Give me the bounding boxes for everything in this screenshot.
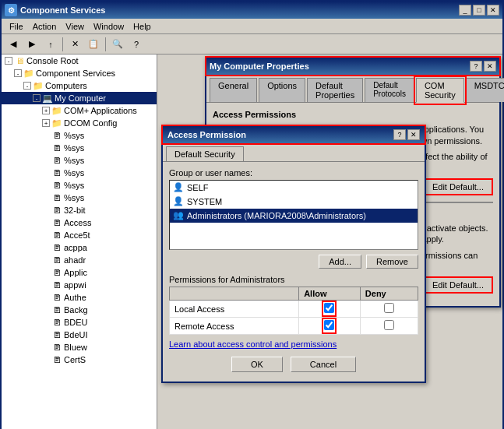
- tree-label: Console Root: [26, 56, 79, 65]
- menu-bar: File Action View Window Help: [2, 19, 502, 34]
- tree-computers[interactable]: - 📁 Computers: [2, 79, 157, 92]
- allow-checkbox-wrapper: [324, 322, 334, 332]
- user-item-administrators[interactable]: 👥 Administrators (MARIORA2008\Administra…: [170, 209, 418, 223]
- tab-msdtc[interactable]: MSDTC: [466, 78, 504, 102]
- tree-item[interactable]: 🖹 Bluew: [2, 341, 157, 353]
- tree-item[interactable]: 🖹 appwi: [2, 279, 157, 291]
- app-title: Component Services: [20, 5, 459, 15]
- menu-view[interactable]: View: [61, 20, 89, 33]
- allow-cell: [299, 318, 361, 335]
- tree-item[interactable]: 🖹 %sys: [2, 142, 157, 154]
- tree-label: COM+ Applications: [64, 106, 137, 115]
- ap-dialog: Access Permission ? ✕ Default Security G…: [161, 125, 426, 383]
- tree-item[interactable]: 🖹 BDEU: [2, 316, 157, 329]
- remove-button[interactable]: Remove: [366, 255, 418, 269]
- search-button[interactable]: 🔍: [109, 37, 126, 52]
- tree-item[interactable]: 🖹 Backg: [2, 304, 157, 316]
- tree-item[interactable]: 🖹 Authe: [2, 291, 157, 304]
- right-panel: My Computer Properties ? ✕ General Optio…: [157, 55, 502, 429]
- tree-item[interactable]: 🖹 %sys: [2, 192, 157, 204]
- tree-label: Authe: [64, 293, 86, 302]
- tab-com-security[interactable]: COM Security: [416, 78, 464, 103]
- delete-button[interactable]: ✕: [66, 37, 83, 52]
- edit-default-button-2[interactable]: Edit Default...: [423, 276, 493, 294]
- user-list: 👤 SELF 👤 SYSTEM 👥 Administrators (MARIOR…: [169, 180, 418, 250]
- cancel-button[interactable]: Cancel: [291, 357, 356, 372]
- menu-help[interactable]: Help: [129, 20, 156, 33]
- menu-file[interactable]: File: [5, 20, 28, 33]
- remote-access-allow-checkbox[interactable]: [324, 320, 334, 330]
- file-icon: 🖹: [51, 342, 62, 353]
- folder-icon: 🖥: [14, 55, 25, 66]
- tree-item[interactable]: 🖹 %sys: [2, 154, 157, 167]
- ok-button[interactable]: OK: [231, 357, 283, 372]
- tree-label: ahadr: [64, 255, 86, 265]
- tree-label: %sys: [64, 168, 84, 178]
- tree-dcom-config[interactable]: + 📁 DCOM Config: [2, 117, 157, 129]
- menu-action[interactable]: Action: [28, 20, 62, 33]
- back-button[interactable]: ◀: [5, 37, 22, 52]
- help-button[interactable]: ?: [128, 37, 145, 52]
- group-label: Group or user names:: [169, 168, 418, 178]
- tree-item[interactable]: 🖹 %sys: [2, 167, 157, 179]
- tree-item[interactable]: 🖹 Acce5t: [2, 229, 157, 241]
- tree-item[interactable]: 🖹 %sys: [2, 179, 157, 192]
- mcp-close-button[interactable]: ✕: [484, 61, 496, 72]
- permissions-table: Allow Deny Local Access: [169, 287, 418, 335]
- tree-label: %sys: [64, 193, 84, 202]
- tree-item[interactable]: 🖹 ahadr: [2, 254, 157, 266]
- forward-button[interactable]: ▶: [23, 37, 41, 52]
- maximize-button[interactable]: □: [473, 5, 485, 16]
- allow-cell: [299, 301, 361, 318]
- tree-com-applications[interactable]: + 📁 COM+ Applications: [2, 104, 157, 117]
- app-icon: ⚙: [5, 4, 17, 16]
- ap-tabs: Default Security: [163, 143, 425, 162]
- add-button[interactable]: Add...: [319, 255, 361, 269]
- file-icon: 🖹: [51, 292, 62, 303]
- close-button[interactable]: ✕: [487, 5, 499, 16]
- tab-default-protocols[interactable]: Default Protocols: [365, 78, 414, 102]
- tree-item[interactable]: 🖹 Access: [2, 216, 157, 229]
- up-button[interactable]: ↑: [42, 37, 59, 52]
- permissions-title: Permissions for Administrators: [169, 275, 418, 284]
- tree-component-services[interactable]: - 📁 Component Services: [2, 67, 157, 79]
- tree-item[interactable]: 🖹 BdeUI: [2, 329, 157, 341]
- user-item-self[interactable]: 👤 SELF: [170, 181, 418, 195]
- edit-default-button-1[interactable]: Edit Default...: [423, 178, 493, 195]
- tree-label: Component Services: [36, 69, 115, 78]
- add-remove-row: Add... Remove: [169, 255, 418, 269]
- permission-name: Local Access: [170, 301, 299, 318]
- properties-button[interactable]: 📋: [85, 37, 102, 52]
- tree-my-computer[interactable]: - 💻 My Computer: [2, 92, 157, 104]
- tree-item[interactable]: 🖹 %sys: [2, 129, 157, 142]
- local-access-allow-checkbox[interactable]: [324, 303, 334, 313]
- ap-help-button[interactable]: ?: [393, 129, 406, 140]
- tree-item[interactable]: 🖹 32-bit: [2, 204, 157, 216]
- remote-access-deny-checkbox[interactable]: [384, 320, 394, 330]
- tree-label: CertS: [64, 355, 86, 364]
- dialog-buttons: OK Cancel: [169, 353, 418, 375]
- user-item-system[interactable]: 👤 SYSTEM: [170, 195, 418, 209]
- file-icon: 🖹: [51, 230, 62, 241]
- minimize-button[interactable]: _: [459, 5, 471, 16]
- mcp-help-button[interactable]: ?: [470, 61, 482, 72]
- user-name: Administrators (MARIORA2008\Administrato…: [187, 211, 366, 220]
- tab-options[interactable]: Options: [259, 78, 305, 102]
- learn-link[interactable]: Learn about access control and permissio…: [169, 339, 418, 349]
- tree-item[interactable]: 🖹 CertS: [2, 353, 157, 366]
- expand-icon: -: [5, 57, 12, 65]
- tab-general[interactable]: General: [210, 78, 257, 102]
- tree-label: Computers: [45, 81, 87, 90]
- file-icon: 🖹: [51, 217, 62, 228]
- tree-console-root[interactable]: - 🖥 Console Root: [2, 55, 157, 67]
- ap-close-button[interactable]: ✕: [407, 129, 420, 140]
- tree-item[interactable]: 🖹 Applic: [2, 266, 157, 279]
- ap-title-bar: Access Permission ? ✕: [163, 126, 425, 143]
- user-icon: 👤: [173, 196, 184, 207]
- tab-default-properties[interactable]: Default Properties: [307, 78, 363, 102]
- local-access-deny-checkbox[interactable]: [384, 303, 394, 313]
- menu-window[interactable]: Window: [89, 20, 129, 33]
- ap-tab-default-security[interactable]: Default Security: [166, 146, 244, 161]
- tree-item[interactable]: 🖹 acppa: [2, 241, 157, 254]
- mcp-tabs: General Options Default Properties Defau…: [206, 75, 499, 103]
